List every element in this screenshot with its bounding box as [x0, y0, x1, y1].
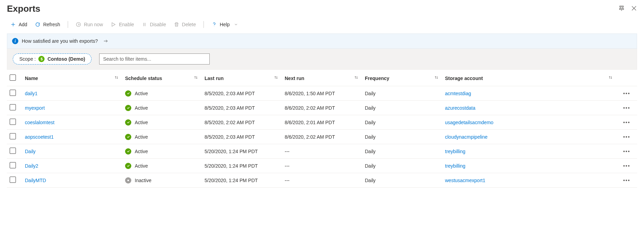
select-all-checkbox[interactable]: [10, 75, 16, 81]
sort-icon: [114, 75, 119, 81]
status-inactive-icon: [125, 177, 131, 184]
col-status[interactable]: Schedule status: [122, 70, 202, 86]
table-row: aopscoetest1Active8/5/2020, 2:03 AM PDT8…: [7, 130, 637, 144]
delete-label: Delete: [182, 22, 196, 27]
col-lastrun[interactable]: Last run: [202, 70, 282, 86]
col-lastrun-label: Last run: [205, 76, 224, 81]
svg-rect-2: [619, 9, 624, 10]
enable-label: Enable: [119, 22, 134, 27]
svg-rect-1: [620, 7, 623, 9]
status-active-icon: [125, 119, 131, 126]
frequency-cell: Daily: [362, 144, 442, 159]
row-checkbox[interactable]: [10, 148, 16, 154]
search-input[interactable]: [99, 53, 210, 65]
add-button[interactable]: Add: [7, 20, 31, 29]
row-checkbox[interactable]: [10, 104, 16, 110]
status-text: Active: [135, 134, 148, 140]
more-actions-button[interactable]: •••: [623, 149, 631, 154]
more-actions-button[interactable]: •••: [623, 91, 631, 96]
row-checkbox[interactable]: [10, 133, 16, 139]
chevron-down-icon: [234, 22, 238, 27]
filter-bar: Scope : Contoso (Demo): [7, 49, 637, 70]
more-actions-button[interactable]: •••: [623, 178, 631, 183]
sort-icon: [193, 75, 198, 81]
last-run-cell: 5/20/2020, 1:24 PM PDT: [202, 144, 282, 159]
last-run-cell: 8/5/2020, 2:02 AM PDT: [202, 115, 282, 130]
table-row: myexportActive8/5/2020, 2:03 AM PDT8/6/2…: [7, 101, 637, 115]
help-button[interactable]: Help: [208, 20, 242, 29]
col-storage[interactable]: Storage account: [442, 70, 616, 86]
storage-account-link[interactable]: westusacmexport1: [445, 178, 485, 183]
status-text: Active: [135, 105, 148, 111]
row-checkbox[interactable]: [10, 90, 16, 96]
export-name-link[interactable]: myexport: [25, 105, 45, 111]
col-storage-label: Storage account: [445, 76, 483, 81]
separator: [203, 21, 204, 28]
row-checkbox[interactable]: [10, 119, 16, 125]
storage-account-link[interactable]: acmtestdiag: [445, 91, 471, 96]
help-label: Help: [220, 22, 230, 27]
last-run-cell: 5/20/2020, 1:24 PM PDT: [202, 173, 282, 188]
banner-text: How satisfied are you with exports?: [22, 38, 98, 44]
col-nextrun[interactable]: Next run: [282, 70, 362, 86]
next-run-cell: 8/6/2020, 2:01 AM PDT: [282, 115, 362, 130]
next-run-cell: ---: [282, 159, 362, 173]
row-checkbox[interactable]: [10, 162, 16, 168]
table-row: Daily2Active5/20/2020, 1:24 PM PDT---Dai…: [7, 159, 637, 173]
export-name-link[interactable]: daily1: [25, 91, 38, 96]
refresh-button[interactable]: Refresh: [31, 20, 64, 29]
scope-icon: [38, 56, 45, 62]
sort-icon: [274, 75, 278, 81]
refresh-label: Refresh: [43, 22, 60, 27]
close-icon[interactable]: [631, 5, 637, 12]
next-run-cell: ---: [282, 173, 362, 188]
export-name-link[interactable]: aopscoetest1: [25, 134, 54, 140]
svg-point-14: [214, 26, 214, 26]
more-actions-button[interactable]: •••: [623, 163, 631, 169]
storage-account-link[interactable]: azurecostdata: [445, 105, 475, 111]
last-run-cell: 5/20/2020, 1:24 PM PDT: [202, 159, 282, 173]
storage-account-link[interactable]: treybilling: [445, 149, 465, 154]
export-name-link[interactable]: Daily: [25, 149, 36, 154]
col-status-label: Schedule status: [125, 76, 162, 81]
export-name-link[interactable]: Daily2: [25, 163, 38, 169]
frequency-cell: Daily: [362, 86, 442, 101]
export-name-link[interactable]: DailyMTD: [25, 178, 46, 183]
storage-account-link[interactable]: usagedetailsacmdemo: [445, 120, 493, 125]
sort-icon: [608, 75, 613, 81]
table-row: coeslalomtestActive8/5/2020, 2:02 AM PDT…: [7, 115, 637, 130]
arrow-right-icon: [103, 39, 109, 43]
status-text: Active: [135, 163, 148, 169]
storage-account-link[interactable]: treybilling: [445, 163, 465, 169]
command-bar: Add Refresh Run now Enable Disable Delet…: [7, 18, 637, 33]
status-active-icon: [125, 105, 131, 111]
frequency-cell: Daily: [362, 159, 442, 173]
more-actions-button[interactable]: •••: [623, 105, 631, 111]
table-row: DailyMTDInactive5/20/2020, 1:24 PM PDT--…: [7, 173, 637, 188]
run-now-button: Run now: [72, 20, 106, 29]
status-active-icon: [125, 163, 131, 169]
sort-icon: [354, 75, 359, 81]
status-active-icon: [125, 134, 131, 140]
scope-pill[interactable]: Scope : Contoso (Demo): [13, 53, 92, 65]
info-icon: i: [12, 38, 18, 44]
next-run-cell: 8/6/2020, 1:50 AM PDT: [282, 86, 362, 101]
more-actions-button[interactable]: •••: [623, 120, 631, 125]
export-name-link[interactable]: coeslalomtest: [25, 120, 55, 125]
last-run-cell: 8/5/2020, 2:03 AM PDT: [202, 101, 282, 115]
row-checkbox[interactable]: [10, 177, 16, 183]
more-actions-button[interactable]: •••: [623, 134, 631, 140]
storage-account-link[interactable]: cloudynacmpipeline: [445, 134, 487, 140]
svg-rect-28: [127, 179, 129, 181]
disable-button: Disable: [138, 20, 170, 29]
feedback-banner[interactable]: i How satisfied are you with exports?: [7, 33, 637, 49]
enable-button: Enable: [107, 20, 138, 29]
add-label: Add: [19, 22, 27, 27]
frequency-cell: Daily: [362, 115, 442, 130]
status-text: Active: [135, 149, 148, 154]
col-frequency[interactable]: Frequency: [362, 70, 442, 86]
frequency-cell: Daily: [362, 173, 442, 188]
pin-icon[interactable]: [618, 5, 625, 12]
col-name[interactable]: Name: [22, 70, 122, 86]
frequency-cell: Daily: [362, 130, 442, 144]
